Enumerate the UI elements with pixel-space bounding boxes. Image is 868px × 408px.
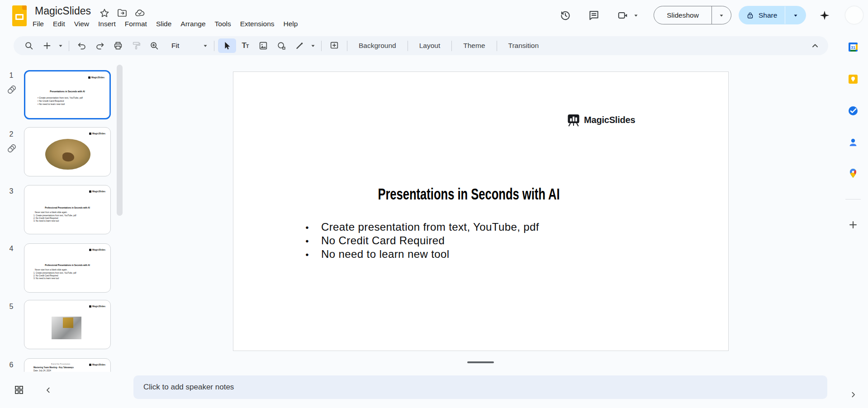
insert-image-icon[interactable] (254, 38, 272, 53)
search-menus-icon[interactable] (20, 38, 38, 53)
logo-sheet (15, 14, 24, 20)
slide-bullet-list[interactable]: Create presentation from text, YouTube, … (304, 220, 539, 261)
new-slide-icon[interactable] (38, 38, 56, 53)
menu-slide[interactable]: Slide (152, 19, 176, 29)
cloud-status-icon[interactable] (134, 8, 145, 19)
menu-tools[interactable]: Tools (210, 19, 236, 29)
magicslides-logo-icon (567, 114, 580, 127)
slide-thumbnail-5[interactable]: MagicSlides (24, 300, 111, 349)
mini-logo-icon (89, 190, 91, 193)
slide-1-number: 1 (5, 71, 17, 80)
mini-logo-text: MagicSlides (92, 248, 105, 251)
move-folder-icon[interactable] (117, 8, 128, 19)
slide-canvas[interactable]: MagicSlides Presentations in Seconds wit… (233, 71, 729, 351)
slide-thumbnail-6[interactable]: MagicSlides End of the Presentation Mast… (24, 358, 111, 372)
google-maps-icon[interactable] (848, 168, 859, 179)
slide-thumbnail-4[interactable]: MagicSlides Professional Presentations i… (24, 243, 111, 293)
slideshow-button[interactable]: Slideshow (654, 11, 711, 19)
insert-comment-icon[interactable] (325, 38, 343, 53)
star-icon[interactable] (99, 8, 110, 19)
collapse-filmstrip-chevron-icon[interactable] (43, 385, 53, 395)
thumb5-grayscale-image (52, 317, 81, 339)
menu-format[interactable]: Format (120, 19, 152, 29)
slide-title[interactable]: Presentations in Seconds with AI (222, 185, 716, 203)
background-button[interactable]: Background (351, 39, 404, 52)
menu-insert[interactable]: Insert (94, 19, 120, 29)
menu-view[interactable]: View (70, 19, 94, 29)
slide-3-number: 3 (5, 187, 17, 195)
zoom-select[interactable]: Fit (166, 42, 210, 50)
speaker-notes-placeholder: Click to add speaker notes (143, 383, 234, 392)
google-contacts-icon[interactable] (848, 137, 859, 148)
logo-fold (22, 5, 27, 10)
slideshow-dropdown-caret-icon[interactable] (712, 12, 731, 19)
insert-shape-icon[interactable] (272, 38, 290, 53)
slide-filmstrip: 1 MagicSlides Presentations in Seconds w… (0, 59, 116, 372)
account-avatar[interactable] (845, 6, 863, 24)
gemini-sparkle-icon[interactable] (819, 9, 830, 21)
menu-arrange[interactable]: Arrange (176, 19, 210, 29)
slide-4-number: 4 (5, 245, 17, 253)
menu-edit[interactable]: Edit (48, 19, 70, 29)
mini-logo-text: MagicSlides (92, 190, 105, 193)
layout-button[interactable]: Layout (412, 39, 448, 52)
thumb2-deer-image (45, 139, 90, 170)
hide-menus-chevron-icon[interactable] (810, 40, 821, 51)
text-box-icon[interactable]: TT (236, 38, 254, 53)
open-side-panel-chevron-icon[interactable] (849, 390, 858, 399)
line-caret-icon[interactable] (308, 38, 318, 53)
menu-extensions[interactable]: Extensions (236, 19, 279, 29)
zoom-in-icon[interactable] (145, 38, 163, 53)
mini-logo-text: MagicSlides (91, 76, 104, 79)
document-title[interactable]: MagicSlides (35, 5, 91, 17)
slide-thumbnail-1[interactable]: MagicSlides Presentations in Seconds wit… (24, 70, 111, 119)
slide-5-number: 5 (5, 303, 17, 311)
thumb4-subtitle: Never start from a blank slide again. (35, 269, 67, 271)
slide-logo-text: MagicSlides (584, 115, 635, 125)
redo-icon[interactable] (91, 38, 109, 53)
share-button-group: Share (739, 6, 806, 24)
menu-file[interactable]: File (28, 19, 48, 29)
slide-logo-block[interactable]: MagicSlides (567, 114, 635, 127)
speaker-notes-input[interactable]: Click to add speaker notes (133, 375, 827, 399)
slideshow-button-group: Slideshow (654, 6, 731, 24)
google-calendar-icon[interactable]: 31 (848, 42, 859, 52)
version-history-icon[interactable] (560, 9, 571, 21)
slide-1-transition-icon (6, 84, 17, 95)
meet-dropdown-caret-icon[interactable] (633, 12, 645, 24)
mini-logo-icon (88, 76, 90, 79)
grid-view-icon[interactable] (14, 384, 24, 395)
comments-icon[interactable] (588, 9, 600, 21)
select-tool-icon[interactable] (218, 38, 236, 53)
menu-bar: File Edit View Insert Format Slide Arran… (28, 19, 302, 29)
google-tasks-icon[interactable] (848, 105, 859, 116)
meet-camera-icon[interactable] (617, 9, 629, 21)
theme-button[interactable]: Theme (455, 39, 493, 52)
slide-2-transition-icon (6, 143, 17, 154)
paint-format-icon[interactable] (127, 38, 145, 53)
slide-thumbnail-3[interactable]: MagicSlides Professional Presentations i… (24, 185, 111, 234)
svg-text:31: 31 (851, 45, 855, 50)
new-slide-caret-icon[interactable] (56, 38, 65, 53)
print-icon[interactable] (109, 38, 127, 53)
share-button[interactable]: Share (759, 11, 785, 19)
filmstrip-scrollbar[interactable] (117, 65, 123, 216)
insert-line-icon[interactable] (290, 38, 308, 53)
notes-resize-handle[interactable] (467, 361, 494, 363)
undo-icon[interactable] (73, 38, 91, 53)
google-keep-icon[interactable] (848, 74, 859, 85)
add-side-panel-app-icon[interactable] (848, 219, 859, 230)
menu-help[interactable]: Help (279, 19, 303, 29)
slide-thumbnail-2[interactable]: MagicSlides (24, 127, 111, 176)
slides-app-logo[interactable] (12, 5, 27, 26)
mini-logo-icon (89, 133, 91, 135)
lock-icon (746, 11, 754, 20)
thumb3-items: 1. Create presentations from text, YouTu… (33, 214, 76, 223)
thumb1-bullets: Create presentation from text, YouTube, … (38, 96, 83, 106)
transition-button[interactable]: Transition (501, 39, 546, 52)
thumb3-title: Professional Presentations in Seconds wi… (32, 206, 103, 209)
share-dropdown-caret-icon[interactable] (785, 12, 806, 19)
mini-logo-text: MagicSlides (92, 132, 105, 135)
slide-2-number: 2 (5, 130, 17, 138)
slide-bullet-3: No need to learn new tool (304, 247, 539, 261)
